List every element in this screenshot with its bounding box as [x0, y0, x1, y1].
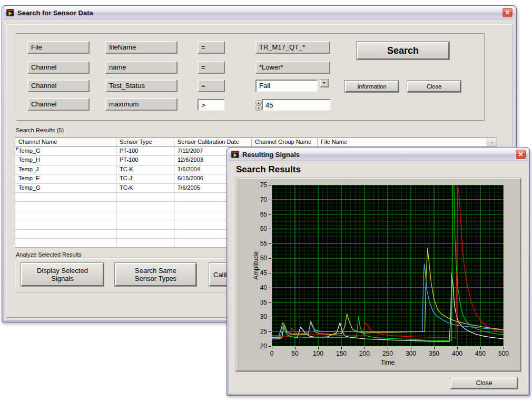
- query-target-field-1[interactable]: File: [27, 41, 90, 54]
- search-same-sensor-types-button[interactable]: Search Same Sensor Types: [115, 263, 196, 286]
- table-cell[interactable]: PT-100: [116, 147, 174, 155]
- y-tick-label: 40: [247, 284, 267, 291]
- y-tick-label: 60: [247, 225, 267, 232]
- y-tick-mark: [269, 200, 271, 200]
- query-operator-field-3[interactable]: =: [198, 80, 225, 92]
- table-cell[interactable]: [116, 211, 174, 220]
- display-selected-signals-button[interactable]: Display Selected Signals: [21, 263, 104, 286]
- x-tick-mark: [341, 347, 342, 349]
- query-property-field-1[interactable]: fileName: [105, 41, 178, 54]
- query-target-field-3[interactable]: Channel: [27, 80, 90, 92]
- x-tick-mark: [434, 347, 435, 349]
- x-tick-label: 50: [285, 350, 304, 357]
- chart-panel: Time Amplitude 0501001502002503003504004…: [235, 178, 521, 371]
- labview-icon: [6, 8, 15, 17]
- y-tick-label: 65: [247, 211, 267, 218]
- y-tick-mark: [269, 273, 271, 273]
- query-operator-field-1[interactable]: =: [198, 41, 225, 54]
- search-results-label: Search Results (5): [16, 127, 64, 133]
- y-tick-label: 55: [247, 240, 267, 247]
- table-cell[interactable]: [116, 193, 174, 201]
- search-button[interactable]: Search: [357, 42, 449, 60]
- table-cell[interactable]: TC-K: [116, 165, 174, 174]
- x-tick-mark: [318, 347, 319, 349]
- query-operator-field-2[interactable]: =: [198, 61, 225, 74]
- query-value-field-2[interactable]: *Lower*: [255, 61, 330, 74]
- x-tick-label: 300: [401, 350, 420, 357]
- selection-marker: [16, 148, 18, 150]
- table-header-cell: Channel Group Name: [252, 138, 318, 146]
- table-cell[interactable]: [116, 230, 174, 238]
- table-cell[interactable]: PT-100: [116, 156, 174, 164]
- x-tick-mark: [411, 347, 411, 349]
- y-tick-mark: [269, 258, 271, 259]
- table-cell[interactable]: Temp_E: [15, 174, 116, 183]
- table-header-row: Channel NameSensor TypeSensor Calibratio…: [15, 138, 497, 147]
- y-tick-mark: [269, 346, 271, 347]
- y-tick-mark: [269, 317, 271, 317]
- query-value-field-1[interactable]: TR_M17_QT_*: [255, 41, 330, 54]
- query-property-field-4[interactable]: maximum: [105, 98, 178, 111]
- spin-up-icon[interactable]: ▲: [255, 100, 262, 105]
- y-tick-mark: [269, 331, 271, 332]
- x-tick-label: 0: [262, 350, 281, 357]
- table-cell[interactable]: [15, 193, 116, 201]
- table-header-cell: File Name: [318, 138, 488, 146]
- spin-down-icon[interactable]: ▼: [255, 105, 262, 111]
- y-tick-label: 45: [247, 269, 267, 277]
- y-tick-mark: [269, 243, 271, 244]
- x-tick-label: 400: [448, 350, 467, 357]
- table-header-cell: Channel Name: [15, 138, 116, 146]
- y-tick-label: 50: [247, 255, 267, 262]
- table-header-cell: Sensor Type: [116, 138, 174, 146]
- titlebar-search-window[interactable]: Search for Sensor Data ✕: [4, 6, 515, 19]
- information-button[interactable]: Information: [345, 81, 399, 92]
- table-cell[interactable]: Temp_H: [15, 156, 116, 164]
- labview-icon: [231, 150, 240, 159]
- close-button[interactable]: Close: [407, 81, 461, 92]
- y-tick-label: 75: [247, 181, 267, 189]
- query-property-field-2[interactable]: name: [105, 61, 178, 74]
- x-tick-label: 350: [425, 350, 444, 357]
- table-cell[interactable]: Temp_G: [15, 147, 116, 155]
- x-tick-mark: [272, 347, 272, 349]
- signals-close-button[interactable]: Close: [450, 377, 518, 389]
- table-cell[interactable]: TC-K: [116, 184, 174, 192]
- query-property-field-3[interactable]: Test_Status: [105, 80, 178, 92]
- table-cell[interactable]: [15, 220, 116, 229]
- y-tick-label: 70: [247, 196, 267, 203]
- table-cell[interactable]: Temp_J: [15, 165, 116, 174]
- query-operator-field-4[interactable]: >: [198, 99, 225, 111]
- maximum-value-field[interactable]: 45: [262, 99, 331, 111]
- close-icon[interactable]: ✕: [515, 149, 526, 160]
- table-cell[interactable]: [116, 239, 174, 247]
- dropdown-icon[interactable]: ▼: [320, 80, 328, 87]
- titlebar-signals-window[interactable]: Resulting Signals ✕: [229, 148, 528, 161]
- y-tick-mark: [269, 185, 271, 185]
- table-cell[interactable]: Temp_G: [15, 184, 116, 192]
- query-target-field-2[interactable]: Channel: [27, 61, 90, 74]
- table-cell[interactable]: [116, 202, 174, 210]
- table-cell[interactable]: [15, 202, 116, 210]
- table-cell[interactable]: [116, 220, 174, 229]
- signals-window-content: Search Results Time Amplitude 0501001502…: [229, 161, 528, 394]
- y-tick-label: 25: [247, 328, 267, 335]
- scroll-up-icon[interactable]: ▲: [487, 138, 497, 147]
- window-title: Search for Sensor Data: [17, 9, 93, 17]
- x-tick-mark: [295, 347, 295, 349]
- window-title: Resulting Signals: [242, 151, 300, 159]
- x-tick-label: 150: [332, 350, 351, 357]
- window-resulting-signals: Resulting Signals ✕ Search Results Time …: [226, 147, 530, 396]
- test-status-dropdown[interactable]: Fail: [255, 80, 318, 92]
- query-target-field-4[interactable]: Channel: [27, 98, 90, 111]
- maximum-spinner[interactable]: ▲ ▼: [255, 100, 262, 111]
- table-cell[interactable]: [15, 239, 116, 247]
- x-tick-mark: [457, 347, 458, 349]
- table-cell[interactable]: [15, 211, 116, 220]
- table-cell[interactable]: [15, 230, 116, 238]
- close-icon[interactable]: ✕: [502, 7, 513, 18]
- table-cell[interactable]: TC-J: [116, 174, 174, 183]
- chart-heading: Search Results: [236, 164, 301, 175]
- table-header-cell: Sensor Calibration Date: [174, 138, 252, 146]
- y-tick-label: 20: [247, 343, 267, 350]
